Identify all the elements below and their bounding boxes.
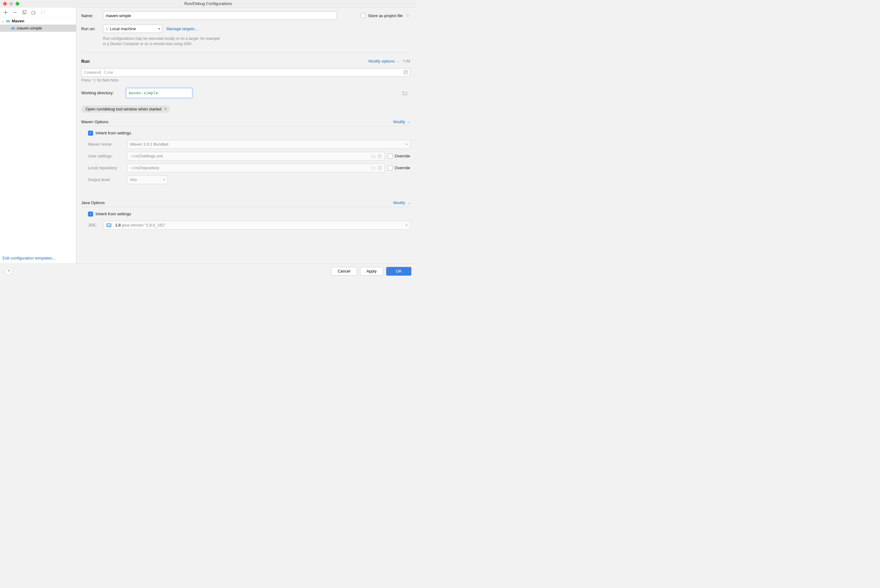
maven-inherit-checkbox[interactable]: ✓	[88, 130, 93, 136]
store-checkbox[interactable]	[360, 13, 366, 18]
sort-icon	[41, 10, 45, 15]
java-modify-link[interactable]: Modify	[393, 200, 405, 205]
expand-icon[interactable]	[403, 70, 408, 75]
override-label: Override	[395, 154, 410, 158]
chevron-down-icon: ⌄	[2, 19, 5, 23]
runon-value: Local machine	[110, 27, 136, 31]
jre-icon	[107, 224, 111, 227]
chevron-down-icon: ▾	[164, 178, 165, 182]
edit-templates-link[interactable]: Edit configuration templates…	[0, 253, 76, 264]
add-icon[interactable]	[3, 10, 8, 15]
titlebar: Run/Debug Configurations	[0, 0, 416, 8]
maven-modify-link[interactable]: Modify	[393, 120, 405, 124]
chevron-down-icon: ▾	[406, 224, 407, 227]
svg-point-3	[407, 15, 408, 16]
run-section-title: Run	[81, 59, 90, 64]
maven-inherit-label: Inherit from settings	[96, 130, 131, 135]
maven-home-label: Maven home:	[88, 142, 127, 147]
command-line-input[interactable]	[81, 68, 410, 77]
home-icon: ⌂	[106, 27, 108, 31]
sidebar-toolbar	[0, 8, 76, 17]
chevron-down-icon: ⌄	[408, 201, 410, 204]
list-icon	[377, 166, 382, 170]
java-inherit-checkbox[interactable]: ✓	[88, 212, 93, 216]
folder-icon[interactable]	[402, 90, 408, 96]
list-icon	[377, 154, 382, 158]
maven-icon: m	[11, 26, 15, 31]
override-repo-checkbox[interactable]	[388, 165, 393, 171]
option-tag[interactable]: Open run/debug tool window when started …	[81, 105, 170, 112]
manage-targets-link[interactable]: Manage targets…	[167, 27, 198, 31]
save-icon[interactable]	[31, 10, 36, 15]
sidebar: ⌄ m Maven m maven-simple Edit configurat…	[0, 8, 76, 264]
close-window-button[interactable]	[3, 2, 7, 6]
user-settings-label: User settings:	[88, 154, 127, 158]
chevron-down-icon: ▾	[158, 27, 160, 30]
gear-icon[interactable]	[405, 13, 410, 18]
svg-rect-1	[24, 10, 26, 14]
folder-icon	[371, 154, 375, 158]
footer: ? Cancel Apply OK	[0, 264, 416, 279]
maximize-window-button[interactable]	[15, 2, 19, 6]
name-input[interactable]	[103, 11, 337, 20]
window-controls	[3, 2, 19, 6]
local-repo-field: ~/.m2/repository	[127, 164, 384, 172]
java-inherit-label: Inherit from settings	[96, 212, 131, 216]
runon-hint-1: Run configurations may be executed local…	[103, 36, 410, 41]
folder-icon	[371, 166, 375, 170]
output-level-field: Info ▾	[127, 176, 168, 184]
modify-options-link[interactable]: Modify options	[368, 59, 395, 63]
runon-hint-2: in a Docker Container or on a remote hos…	[103, 41, 410, 46]
maven-icon: m	[6, 18, 10, 24]
runon-label: Run on:	[81, 27, 103, 31]
chevron-down-icon: ▾	[406, 142, 407, 146]
modify-shortcut: ⌥M	[402, 59, 410, 63]
field-hint: Press ⌥ for field hints	[81, 78, 410, 82]
tree-root-label: Maven	[12, 19, 24, 23]
local-repo-label: Local repository:	[88, 165, 127, 170]
cancel-button[interactable]: Cancel	[331, 267, 357, 276]
maven-options-title: Maven Options	[81, 120, 108, 124]
config-tree: ⌄ m Maven m maven-simple	[0, 17, 76, 253]
help-button[interactable]: ?	[5, 267, 12, 275]
remove-icon[interactable]	[12, 10, 17, 15]
store-label: Store as project file	[368, 14, 402, 18]
java-options-title: Java Options	[81, 200, 105, 205]
name-label: Name:	[81, 14, 103, 18]
tree-node-maven[interactable]: ⌄ m Maven	[0, 17, 76, 25]
content: Name: Store as project file Run on: ⌂ Lo…	[76, 8, 416, 264]
chevron-down-icon: ⌄	[397, 59, 399, 63]
ok-button[interactable]: OK	[386, 267, 411, 276]
maven-home-field: Maven 3.8.1 Bundled ▾	[127, 140, 410, 149]
output-level-label: Output level:	[88, 177, 127, 182]
jre-label: JRE:	[88, 223, 104, 227]
override-label: Override	[395, 165, 410, 170]
override-user-checkbox[interactable]	[388, 154, 393, 159]
option-tag-label: Open run/debug tool window when started	[86, 107, 162, 111]
copy-icon[interactable]	[22, 10, 27, 15]
user-settings-field: ~/.m2/settings.xml	[127, 152, 384, 160]
minimize-window-button[interactable]	[9, 2, 13, 6]
close-icon[interactable]: ✕	[164, 107, 167, 111]
jre-field: 1.8 java version "1.8.0_162" ▾	[104, 221, 410, 230]
working-dir-input[interactable]	[126, 88, 192, 98]
working-dir-label: Working directory:	[81, 90, 126, 95]
runon-combo[interactable]: ⌂ Local machine ▾	[103, 24, 162, 33]
apply-button[interactable]: Apply	[360, 267, 383, 276]
chevron-down-icon: ⌄	[408, 120, 410, 123]
window-title: Run/Debug Configurations	[3, 1, 414, 6]
tree-node-maven-simple[interactable]: m maven-simple	[0, 25, 76, 32]
tree-item-label: maven-simple	[17, 26, 42, 30]
